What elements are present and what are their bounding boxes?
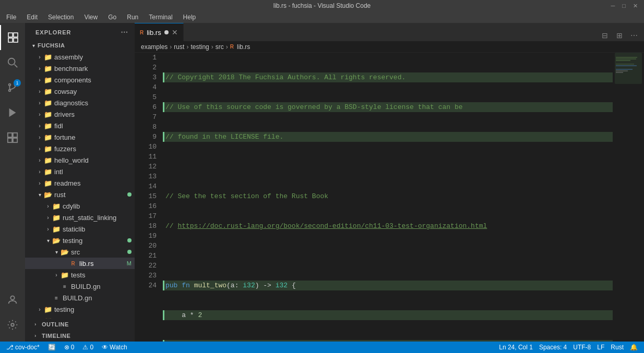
run-activity-icon[interactable] [0,100,25,125]
settings-activity-icon[interactable] [0,312,25,337]
sidebar-item-testing[interactable]: ▾ 📂 testing [25,235,135,246]
build-gn-rust-label: BUILD.gn [63,294,135,302]
source-control-badge: 1 [14,79,21,87]
testing-label: testing [63,237,127,245]
error-count: 0 [71,344,75,351]
maximize-button[interactable]: □ [620,3,628,9]
more-actions-icon[interactable]: ⋯ [628,30,640,41]
root-folder[interactable]: ▾ FUCHSIA [25,40,135,51]
tests2-folder-icon: 📁 [44,317,52,319]
cowsay-folder-icon: 📁 [44,87,52,95]
staticlib-folder-icon: 📁 [52,225,61,233]
app-body: 1 EXPLORER ⋯ ▾ FUCHSIA [0,23,644,342]
breadcrumb-examples[interactable]: examples [141,43,168,51]
sidebar-item-hello-world[interactable]: › 📁 hello_world [25,154,135,166]
status-errors[interactable]: ⊗ 0 [62,342,77,353]
menu-selection[interactable]: Selection [44,11,78,23]
search-activity-icon[interactable] [0,50,25,75]
menu-go[interactable]: Go [104,11,121,23]
sidebar-item-tests[interactable]: › 📁 tests [25,269,135,281]
status-spaces[interactable]: Spaces: 4 [537,342,569,353]
menu-run[interactable]: Run [123,11,142,23]
breadcrumb-file[interactable]: lib.rs [237,43,250,51]
status-language[interactable]: Rust [609,342,626,353]
sidebar-item-cdylib[interactable]: › 📁 cdylib [25,200,135,212]
menu-terminal[interactable]: Terminal [145,11,176,23]
sidebar-item-intl[interactable]: › 📁 intl [25,166,135,177]
source-control-activity-icon[interactable]: 1 [0,75,25,100]
timeline-section[interactable]: › TIMELINE [25,330,135,342]
assembly-arrow: › [35,53,44,61]
split-editor-icon[interactable]: ⊟ [599,30,611,41]
extensions-activity-icon[interactable] [0,125,25,150]
watch-icon: 👁 [102,344,108,351]
status-right: Ln 24, Col 1 Spaces: 4 UTF-8 LF Rust 🔔 [497,342,640,353]
sidebar-item-benchmark[interactable]: › 📁 benchmark [25,63,135,74]
menu-view[interactable]: View [80,11,102,23]
fortune-label: fortune [54,133,135,141]
window-title: lib.rs - fuchsia - Visual Studio Code [273,2,371,9]
status-line-ending[interactable]: LF [595,342,606,353]
sidebar-item-assembly[interactable]: › 📁 assembly [25,51,135,63]
menu-file[interactable]: File [2,11,20,23]
drivers-arrow: › [35,110,44,118]
minimap [613,53,644,342]
svg-rect-13 [8,138,12,142]
code-editor[interactable]: 1234567 891011121314 15161718192021 2223… [135,53,613,342]
sidebar-item-staticlib[interactable]: › 📁 staticlib [25,223,135,235]
sidebar-item-lib-rs[interactable]: › R lib.rs M [25,258,135,269]
tab-rust-icon: R [140,30,144,35]
outline-label: OUTLINE [42,321,69,327]
status-sync[interactable]: 🔄 [46,342,58,353]
assembly-folder-icon: 📁 [44,53,52,61]
sidebar-item-rust-static-linking[interactable]: › 📁 rust_static_linking [25,212,135,223]
sidebar-item-fuzzers[interactable]: › 📁 fuzzers [25,143,135,154]
status-encoding[interactable]: UTF-8 [571,342,593,353]
tab-layout-icon[interactable]: ⊞ [614,30,625,41]
sidebar-item-fidl[interactable]: › 📁 fidl [25,120,135,131]
editor-area: R lib.rs ✕ ⊟ ⊞ ⋯ examples › rust › testi… [135,23,644,342]
menu-help[interactable]: Help [179,11,200,23]
svg-point-15 [10,296,14,300]
sidebar-item-readmes[interactable]: › 📁 readmes [25,177,135,189]
status-git-branch[interactable]: ⎇ cov-doc* [4,342,42,353]
sidebar-item-testing2[interactable]: › 📁 testing [25,303,135,315]
tab-bar-right: ⊟ ⊞ ⋯ [599,30,644,41]
status-watch[interactable]: 👁 Watch [100,342,129,353]
sidebar-item-build-gn-rust[interactable]: › ≡ BUILD.gn [25,292,135,303]
new-file-icon[interactable]: ⋯ [121,28,128,36]
sidebar-item-fortune[interactable]: › 📁 fortune [25,131,135,143]
tests2-arrow: › [35,317,44,319]
benchmark-arrow: › [35,64,44,72]
tab-lib-rs[interactable]: R lib.rs ✕ [135,23,184,41]
sidebar-item-rust[interactable]: ▾ 📂 rust [25,189,135,200]
account-activity-icon[interactable] [0,287,25,312]
sidebar-item-build-gn-testing[interactable]: › ≡ BUILD.gn [25,281,135,292]
code-line-10: } [163,340,613,342]
hello-world-arrow: › [35,156,44,164]
explorer-activity-icon[interactable] [0,25,25,50]
sidebar-item-diagnostics[interactable]: › 📁 diagnostics [25,97,135,108]
menu-edit[interactable]: Edit [22,11,42,23]
status-notifications[interactable]: 🔔 [628,342,640,353]
sidebar-item-cowsay[interactable]: › 📁 cowsay [25,86,135,97]
fidl-label: fidl [54,122,135,130]
status-warnings[interactable]: ⚠ 0 [80,342,96,353]
hello-world-folder-icon: 📁 [44,156,52,164]
breadcrumb-rust[interactable]: rust [174,43,184,51]
src-folder-icon: 📂 [61,248,69,256]
sidebar-item-tests2[interactable]: › 📁 tests [25,315,135,319]
cdylib-label: cdylib [63,202,135,210]
close-button[interactable]: ✕ [631,3,640,9]
watch-label: Watch [110,344,127,351]
breadcrumb-testing[interactable]: testing [190,43,209,51]
breadcrumb-src[interactable]: src [216,43,224,51]
outline-section[interactable]: › OUTLINE [25,319,135,330]
minimize-button[interactable]: ─ [609,3,617,9]
sidebar-item-src[interactable]: ▾ 📂 src [25,246,135,258]
sidebar-item-components[interactable]: › 📁 components [25,74,135,86]
tab-close-button[interactable]: ✕ [172,28,178,36]
status-cursor-pos[interactable]: Ln 24, Col 1 [497,342,535,353]
code-line-2: // Use of this source code is governed b… [163,102,613,112]
sidebar-item-drivers[interactable]: › 📁 drivers [25,108,135,120]
